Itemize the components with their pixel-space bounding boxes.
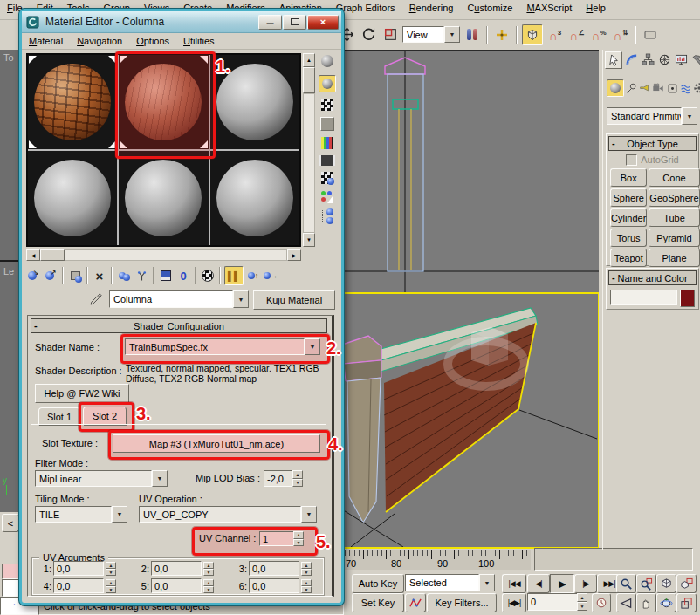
- next-frame-button[interactable]: |▶: [574, 574, 597, 593]
- make-material-copy-button[interactable]: [116, 268, 132, 284]
- track-bar-left-button[interactable]: <: [2, 514, 19, 532]
- spinner-up-icon[interactable]: ▲: [203, 562, 214, 569]
- scroll-down-icon[interactable]: ▼: [303, 233, 315, 247]
- reset-map-button[interactable]: ×: [92, 268, 107, 284]
- backlight-button[interactable]: [319, 75, 336, 92]
- object-type-torus[interactable]: Torus: [610, 229, 647, 247]
- spinner-down-icon[interactable]: ▼: [106, 586, 116, 593]
- keyboard-shortcut-override-button[interactable]: [641, 25, 660, 44]
- spinner-down-icon[interactable]: ▼: [292, 479, 303, 488]
- tab-display[interactable]: [673, 51, 689, 67]
- snap-3d-magnet-button[interactable]: ∩3: [546, 25, 565, 44]
- show-end-result-button[interactable]: ▌▌: [224, 266, 244, 285]
- spinner[interactable]: ▲▼: [301, 579, 312, 593]
- spinner[interactable]: ▲▼: [301, 562, 312, 576]
- spinner-down-icon[interactable]: ▼: [203, 586, 214, 593]
- zoom-extents-button[interactable]: [656, 574, 676, 593]
- object-type-cone[interactable]: Cone: [649, 168, 699, 187]
- chevron-down-icon[interactable]: ▼: [682, 107, 697, 125]
- show-map-in-viewport-button[interactable]: [200, 268, 216, 284]
- put-to-library-button[interactable]: [158, 268, 174, 284]
- hscroll-track[interactable]: [65, 249, 287, 261]
- tab-create[interactable]: [605, 51, 622, 69]
- uv-operation-dropdown[interactable]: UV_OP_COPY ▼: [139, 506, 317, 523]
- material-id-channel-button[interactable]: 0: [175, 268, 191, 284]
- timeline-ruler[interactable]: 70 80 90 100: [340, 550, 531, 570]
- chevron-down-icon[interactable]: ▼: [112, 506, 127, 523]
- menu-customize[interactable]: Customize: [460, 0, 519, 16]
- object-type-cylinder[interactable]: Cylinder: [610, 208, 647, 227]
- video-color-check-button[interactable]: [321, 137, 333, 149]
- primitives-dropdown[interactable]: Standard Primitives ▼: [607, 107, 697, 125]
- uv-arg-field[interactable]: 0,0: [53, 578, 104, 593]
- selection-set-dropdown[interactable]: Selected ▼: [405, 574, 495, 591]
- titlebar[interactable]: Material Editor - Columna — ×: [22, 11, 341, 33]
- options-button[interactable]: [321, 172, 333, 184]
- spinner-up-icon[interactable]: ▲: [301, 562, 312, 569]
- object-type-sphere[interactable]: Sphere: [610, 188, 647, 207]
- go-to-start-button[interactable]: |◀◀: [502, 574, 526, 593]
- autogrid-checkbox[interactable]: [626, 154, 637, 166]
- angle-snap-toggle-button[interactable]: ∩∠: [567, 25, 587, 44]
- shader-name-dropdown[interactable]: TrainBumpSpec.fx ▼: [125, 338, 320, 355]
- time-configuration-button[interactable]: [592, 593, 611, 612]
- chevron-down-icon[interactable]: ▼: [301, 506, 317, 523]
- assign-material-to-selection-button[interactable]: [67, 268, 83, 284]
- category-spacewarps[interactable]: [679, 80, 691, 96]
- object-type-geosphere[interactable]: GeoSphere: [649, 188, 699, 207]
- maximize-button[interactable]: [283, 15, 306, 30]
- chevron-down-icon[interactable]: ▼: [152, 470, 168, 487]
- tab-utilities[interactable]: [690, 51, 700, 67]
- shader-config-rollout-header[interactable]: - Shader Configuration: [31, 318, 327, 333]
- arc-rotate-button[interactable]: [656, 593, 676, 612]
- tab-slot-2[interactable]: Slot 2: [83, 407, 127, 426]
- object-type-plane[interactable]: Plane: [649, 249, 699, 267]
- sample-slots-hscrollbar[interactable]: ◀ ▶: [26, 249, 301, 261]
- uv-channel-field[interactable]: 1: [259, 531, 298, 546]
- object-color-swatch[interactable]: [680, 290, 695, 307]
- collapse-icon[interactable]: -: [612, 272, 615, 283]
- sample-slot-brick[interactable]: [28, 55, 117, 149]
- uv-arg-field[interactable]: 0,0: [249, 561, 299, 576]
- viewport-divider[interactable]: [0, 260, 19, 262]
- chevron-down-icon[interactable]: ▼: [479, 574, 495, 591]
- perspective-viewport[interactable]: [340, 292, 600, 549]
- object-type-teapot[interactable]: Teapot: [610, 249, 647, 267]
- spinner-up-icon[interactable]: ▲: [577, 593, 587, 602]
- object-type-tube[interactable]: Tube: [649, 208, 699, 227]
- zoom-extents-all-button[interactable]: [676, 574, 697, 593]
- scroll-right-icon[interactable]: ▶: [287, 249, 301, 261]
- put-material-to-scene-button[interactable]: ↗: [43, 268, 58, 284]
- chevron-down-icon[interactable]: ▼: [305, 338, 320, 355]
- sample-slots-vscrollbar[interactable]: ▲ ▼: [303, 53, 315, 247]
- vscroll-track[interactable]: [303, 93, 315, 233]
- play-button[interactable]: ▶: [550, 574, 574, 593]
- zoom-button[interactable]: [616, 574, 636, 593]
- spinner-up-icon[interactable]: ▲: [106, 579, 116, 586]
- uv-arg-field[interactable]: 0,0: [249, 578, 299, 593]
- go-to-parent-button[interactable]: ↑: [245, 268, 261, 284]
- make-preview-button[interactable]: [319, 155, 335, 166]
- material-name-dropdown[interactable]: Columna ▼: [109, 290, 249, 308]
- chevron-down-icon[interactable]: ▼: [444, 26, 460, 43]
- spinner-down-icon[interactable]: ▼: [301, 569, 312, 576]
- select-and-rotate-button[interactable]: [359, 25, 378, 44]
- material-map-navigator-button[interactable]: [320, 208, 334, 224]
- spinner[interactable]: ▲▼: [203, 562, 214, 576]
- spinner-down-icon[interactable]: ▼: [106, 569, 116, 576]
- spinner-up-icon[interactable]: ▲: [292, 470, 303, 479]
- get-material-button[interactable]: ↘: [25, 268, 41, 284]
- hscroll-thumb[interactable]: [40, 249, 65, 261]
- chevron-down-icon[interactable]: ▼: [233, 290, 249, 308]
- spinner-down-icon[interactable]: ▼: [293, 539, 304, 547]
- category-shapes[interactable]: [625, 80, 637, 96]
- spinner-up-icon[interactable]: ▲: [293, 531, 304, 539]
- object-type-pyramid[interactable]: Pyramid: [649, 229, 699, 247]
- help-fw2-wiki-button[interactable]: Help @ FW2 Wiki: [35, 384, 129, 403]
- category-helpers[interactable]: [666, 80, 678, 96]
- key-filters-button[interactable]: Key Filters...: [427, 593, 497, 612]
- go-forward-to-sibling-button[interactable]: →: [263, 268, 278, 284]
- tiling-mode-dropdown[interactable]: TILE ▼: [35, 506, 127, 523]
- name-color-rollout-header[interactable]: - Name and Color: [608, 270, 697, 285]
- select-and-manipulate-button[interactable]: [492, 25, 511, 44]
